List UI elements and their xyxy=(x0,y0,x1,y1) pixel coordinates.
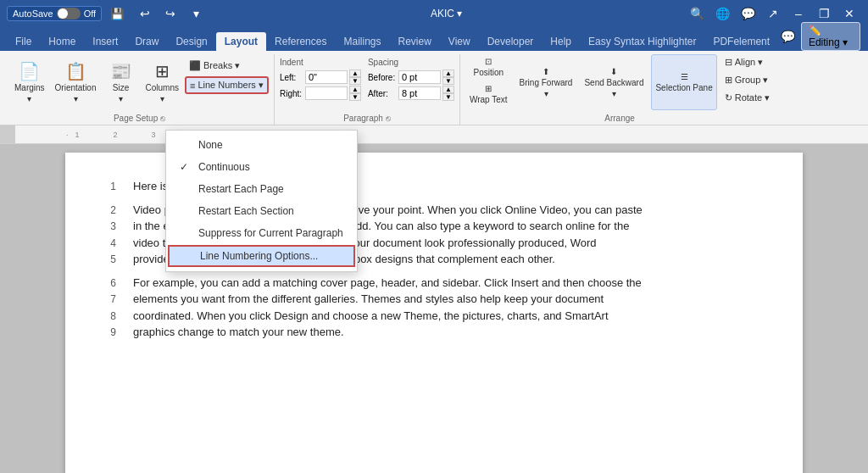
tab-draw[interactable]: Draw xyxy=(126,32,167,51)
right-indent-row: Right: ▲ ▼ xyxy=(280,86,361,101)
rotate-label: Rotate ▾ xyxy=(735,92,770,103)
dropdown-restart-section[interactable]: Restart Each Section xyxy=(166,200,357,222)
line-num-7: 7 xyxy=(99,291,116,307)
wrap-text-button[interactable]: ⊞ Wrap Text xyxy=(465,81,512,107)
line-num-8: 8 xyxy=(99,308,116,324)
line-numbers-label: Line Numbers ▾ xyxy=(198,80,264,91)
after-spacing-up[interactable]: ▲ xyxy=(442,86,454,93)
title-bar-left: AutoSave Off 💾 ↩ ↪ ▾ xyxy=(7,2,208,25)
app-title: AKIC ▾ xyxy=(208,8,685,19)
title-dropdown[interactable]: ▾ xyxy=(457,8,462,19)
none-label: None xyxy=(198,139,223,151)
right-indent-input[interactable] xyxy=(305,86,348,100)
size-button[interactable]: 📰 Size ▾ xyxy=(103,54,140,110)
before-spacing-input[interactable] xyxy=(398,70,441,84)
save-button[interactable]: 💾 xyxy=(107,6,128,22)
dropdown-none[interactable]: None xyxy=(166,134,357,156)
send-backward-button[interactable]: ⬇ Send Backward ▾ xyxy=(580,54,648,110)
left-indent-up[interactable]: ▲ xyxy=(349,70,361,77)
autosave-label: AutoSave xyxy=(13,8,53,19)
comments-ribbon-button[interactable]: 💬 xyxy=(778,25,798,48)
margins-button[interactable]: 📄 Margins ▾ xyxy=(10,54,49,110)
rotate-icon: ↻ xyxy=(725,92,732,103)
orientation-icon: 📋 xyxy=(65,61,86,81)
arrange-content: ⊡ Position ⊞ Wrap Text ⬆ Bring Forward ▾… xyxy=(465,54,774,114)
document-scroll-area: 1 Here is our text placeholder: 2 Video … xyxy=(0,144,868,473)
search-button[interactable]: 🔍 xyxy=(685,2,709,25)
dropdown-suppress[interactable]: Suppress for Current Paragraph xyxy=(166,222,357,244)
line-num-4: 4 xyxy=(99,235,116,251)
tab-easy-syntax[interactable]: Easy Syntax Highlighter xyxy=(580,32,704,51)
dropdown-restart-page[interactable]: Restart Each Page xyxy=(166,178,357,200)
margins-icon: 📄 xyxy=(19,61,40,81)
left-indent-down[interactable]: ▼ xyxy=(349,77,361,85)
before-spacing-down[interactable]: ▼ xyxy=(442,77,454,85)
tab-file[interactable]: File xyxy=(7,32,40,51)
tab-home[interactable]: Home xyxy=(40,32,84,51)
tab-mailings[interactable]: Mailings xyxy=(335,32,389,51)
undo-redo-group: ↩ ↪ ▾ xyxy=(133,2,208,25)
ruler-num-2: 2 xyxy=(114,131,118,139)
before-spacing-up[interactable]: ▲ xyxy=(442,70,454,77)
undo-button[interactable]: ↩ xyxy=(133,2,157,25)
page-setup-expand[interactable]: ⎋ xyxy=(160,114,165,123)
tab-insert[interactable]: Insert xyxy=(84,32,126,51)
after-spacing-input[interactable] xyxy=(398,86,441,100)
align-button[interactable]: ⊟ Align ▾ xyxy=(721,54,774,70)
position-button[interactable]: ⊡ Position xyxy=(465,54,512,80)
editing-button[interactable]: ✏️ Editing ▾ xyxy=(801,22,860,51)
ruler-num-1: 1 xyxy=(75,131,80,139)
tab-pdfelement[interactable]: PDFelement xyxy=(704,32,778,51)
tab-layout[interactable]: Layout xyxy=(216,32,266,51)
page-setup-content: 📄 Margins ▾ 📋 Orientation ▾ 📰 Size ▾ ⊞ C… xyxy=(10,54,269,114)
tab-design[interactable]: Design xyxy=(167,32,215,51)
tab-developer[interactable]: Developer xyxy=(479,32,542,51)
right-indent-down[interactable]: ▼ xyxy=(349,93,361,101)
rotate-button[interactable]: ↻ Rotate ▾ xyxy=(721,90,774,106)
continuous-label: Continuous xyxy=(198,161,250,173)
line-text-7[interactable]: elements you want from the different gal… xyxy=(133,291,752,308)
spacing-label: Spacing xyxy=(368,58,454,67)
autosave-state: Off xyxy=(84,8,96,19)
indent-spacing-group: Indent Left: ▲ ▼ Right: ▲ xyxy=(275,54,460,125)
ruler-num-3: 3 xyxy=(152,131,156,139)
tab-references[interactable]: References xyxy=(266,32,335,51)
autosave-toggle[interactable]: AutoSave Off xyxy=(7,6,102,21)
selection-pane-button[interactable]: ☰ Selection Pane xyxy=(651,54,716,110)
orientation-button[interactable]: 📋 Orientation ▾ xyxy=(51,54,101,110)
line-text-6[interactable]: For example, you can add a matching cove… xyxy=(133,275,752,292)
arrange-buttons: ⊡ Position ⊞ Wrap Text ⬆ Bring Forward ▾… xyxy=(465,54,774,110)
doc-line-6: 6 For example, you can add a matching co… xyxy=(99,275,752,292)
bring-forward-button[interactable]: ⬆ Bring Forward ▾ xyxy=(515,54,577,110)
dropdown-continuous[interactable]: ✓ Continuous xyxy=(166,156,357,178)
dropdown-options[interactable]: Line Numbering Options... xyxy=(168,245,355,267)
ribbon-share-button[interactable]: ↗ xyxy=(864,25,868,48)
orientation-chevron: ▾ xyxy=(74,94,78,103)
customize-button[interactable]: ▾ xyxy=(184,2,208,25)
redo-button[interactable]: ↪ xyxy=(159,2,182,25)
left-indent-input[interactable] xyxy=(305,70,348,84)
suppress-label: Suppress for Current Paragraph xyxy=(198,227,343,239)
group-button[interactable]: ⊞ Group ▾ xyxy=(721,72,774,88)
breaks-icon: ⬛ xyxy=(189,60,201,71)
line-num-9: 9 xyxy=(99,324,116,340)
left-label: Left: xyxy=(280,73,303,82)
breaks-button[interactable]: ⬛ Breaks ▾ xyxy=(185,58,269,74)
editing-icon: ✏️ xyxy=(809,25,821,36)
ruler-content: · 1 2 3 4 5 6 7 xyxy=(15,131,868,139)
right-indent-up[interactable]: ▲ xyxy=(349,86,361,93)
wifi-icon[interactable]: 🌐 xyxy=(710,2,734,25)
columns-button[interactable]: ⊞ Columns ▾ xyxy=(142,54,183,110)
after-spacing-down[interactable]: ▼ xyxy=(442,93,454,101)
paragraph-expand[interactable]: ⎋ xyxy=(386,114,391,123)
wrap-text-icon: ⊞ xyxy=(485,84,492,93)
comments-button[interactable]: 💬 xyxy=(736,2,760,25)
tab-view[interactable]: View xyxy=(440,32,479,51)
ruler: · 1 2 3 4 5 6 7 xyxy=(0,125,868,144)
line-numbers-button[interactable]: ≡ Line Numbers ▾ xyxy=(185,76,269,94)
tab-help[interactable]: Help xyxy=(542,32,580,51)
line-text-8[interactable]: coordinated. When you click Design and c… xyxy=(133,308,752,325)
line-text-9[interactable]: graphics change to match your new theme. xyxy=(133,324,752,341)
autosave-toggle-thumb xyxy=(58,8,68,19)
tab-review[interactable]: Review xyxy=(389,32,439,51)
